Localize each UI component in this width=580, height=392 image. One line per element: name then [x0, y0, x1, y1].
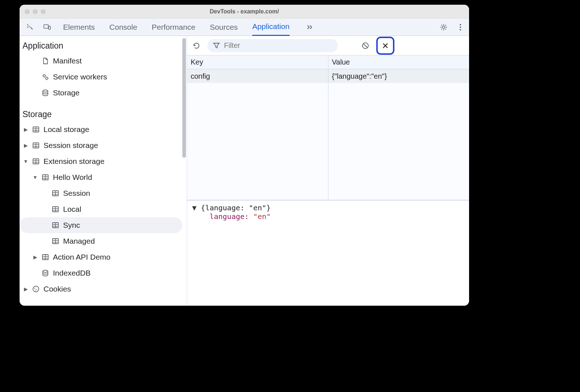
- sidebar-item-managed[interactable]: Managed: [20, 233, 187, 249]
- sidebar-item-label: IndexedDB: [53, 269, 91, 277]
- sidebar-item-label: Managed: [63, 237, 95, 245]
- sidebar-item-label: Extension storage: [44, 157, 104, 166]
- table-icon: [51, 189, 59, 197]
- sidebar-item-cookies[interactable]: ▶ Cookies: [20, 281, 187, 297]
- caret-right-icon[interactable]: ▶: [23, 143, 28, 148]
- table-icon: [32, 125, 40, 133]
- sidebar-item-action-api-demo[interactable]: ▶ Action API Demo: [20, 249, 187, 265]
- funnel-icon: [212, 42, 220, 50]
- panel-tabs: Elements Console Performance Sources App…: [63, 18, 314, 36]
- sidebar-item-local[interactable]: Local: [20, 201, 187, 217]
- sidebar-item-label: Action API Demo: [53, 253, 111, 261]
- storage-toolbar: [187, 36, 469, 55]
- kebab-menu-icon[interactable]: [455, 22, 465, 32]
- caret-down-icon[interactable]: ▼: [23, 158, 28, 164]
- sidebar-item-label: Cookies: [44, 285, 71, 293]
- tab-sources[interactable]: Sources: [210, 18, 238, 36]
- table-icon: [51, 205, 59, 213]
- sidebar-item-storage-overview[interactable]: Storage: [20, 85, 187, 101]
- sidebar-item-label: Service workers: [53, 73, 107, 81]
- sidebar-item-session-storage[interactable]: ▶ Session storage: [20, 137, 187, 153]
- database-icon: [41, 89, 49, 97]
- window-traffic-lights[interactable]: [25, 9, 46, 14]
- database-icon: [41, 269, 49, 277]
- tab-performance[interactable]: Performance: [152, 18, 195, 36]
- sidebar-item-label: Sync: [63, 221, 80, 230]
- content-area: Application Manifest Service workers Sto…: [20, 36, 469, 306]
- devtools-window: DevTools - example.com/ Elements Console…: [20, 5, 469, 306]
- cookie-icon: [32, 285, 40, 293]
- column-header-key[interactable]: Key: [187, 55, 328, 69]
- table-cell-value[interactable]: {"language":"en"}: [328, 69, 469, 83]
- clear-all-icon[interactable]: [360, 41, 370, 51]
- tab-elements[interactable]: Elements: [63, 18, 95, 36]
- traffic-close[interactable]: [25, 9, 30, 14]
- tab-application[interactable]: Application: [252, 18, 290, 36]
- document-icon: [41, 57, 49, 65]
- json-summary: {language: "en"}: [201, 203, 271, 212]
- sidebar-item-label: Session: [63, 189, 90, 198]
- storage-table[interactable]: Key config Value {"language":"en"}: [187, 55, 469, 201]
- window-titlebar: DevTools - example.com/: [20, 5, 469, 18]
- filter-input-wrapper[interactable]: [207, 39, 338, 52]
- sidebar-item-label: Manifest: [53, 57, 82, 65]
- sidebar-item-label: Local: [63, 205, 81, 214]
- device-toolbar-icon[interactable]: [42, 22, 52, 32]
- sidebar-item-label: Session storage: [44, 141, 98, 150]
- sidebar-scrollbar[interactable]: [182, 38, 186, 158]
- sidebar-item-sync[interactable]: Sync: [20, 217, 182, 233]
- storage-main-pane: Key config Value {"language":"en"} ▼ {la…: [187, 36, 469, 306]
- refresh-icon[interactable]: [191, 41, 202, 51]
- sidebar-item-label: Hello World: [53, 173, 92, 182]
- sidebar-item-label: Storage: [53, 88, 80, 97]
- table-icon: [32, 157, 40, 165]
- caret-down-icon[interactable]: ▼: [33, 174, 38, 180]
- tab-console[interactable]: Console: [109, 18, 137, 36]
- gears-icon: [41, 73, 49, 81]
- table-icon: [41, 173, 49, 181]
- caret-right-icon[interactable]: ▶: [23, 286, 28, 292]
- filter-input[interactable]: [224, 41, 333, 50]
- json-value: "en": [253, 212, 271, 221]
- sidebar-item-manifest[interactable]: Manifest: [20, 53, 187, 69]
- table-icon: [51, 221, 59, 229]
- more-tabs-icon[interactable]: [304, 22, 314, 32]
- settings-gear-icon[interactable]: [439, 22, 449, 32]
- sidebar-group-application: Application: [20, 38, 187, 53]
- inspect-element-icon[interactable]: [25, 22, 36, 32]
- sidebar-item-session[interactable]: Session: [20, 185, 187, 201]
- sidebar-item-indexeddb[interactable]: IndexedDB: [20, 265, 187, 281]
- traffic-min[interactable]: [33, 9, 38, 14]
- devtools-tabbar: Elements Console Performance Sources App…: [20, 18, 469, 36]
- json-key: language:: [210, 212, 253, 221]
- sidebar-item-service-workers[interactable]: Service workers: [20, 69, 187, 85]
- application-sidebar[interactable]: Application Manifest Service workers Sto…: [20, 36, 187, 306]
- sidebar-item-local-storage[interactable]: ▶ Local storage: [20, 121, 187, 137]
- column-header-value[interactable]: Value: [328, 55, 469, 69]
- table-icon: [32, 141, 40, 149]
- delete-selected-button[interactable]: [376, 37, 394, 55]
- json-preview[interactable]: ▼ {language: "en"} language: "en": [187, 201, 469, 306]
- traffic-max[interactable]: [41, 9, 46, 14]
- close-icon: [380, 41, 390, 51]
- window-title: DevTools - example.com/: [20, 8, 469, 15]
- sidebar-item-label: Local storage: [44, 125, 89, 134]
- table-icon: [41, 253, 49, 261]
- sidebar-item-hello-world[interactable]: ▼ Hello World: [20, 169, 187, 185]
- sidebar-group-storage: Storage: [20, 107, 187, 121]
- caret-right-icon[interactable]: ▶: [33, 254, 38, 260]
- caret-right-icon[interactable]: ▶: [23, 127, 28, 132]
- table-icon: [51, 237, 59, 245]
- table-cell-key[interactable]: config: [187, 69, 328, 83]
- sidebar-item-extension-storage[interactable]: ▼ Extension storage: [20, 153, 187, 169]
